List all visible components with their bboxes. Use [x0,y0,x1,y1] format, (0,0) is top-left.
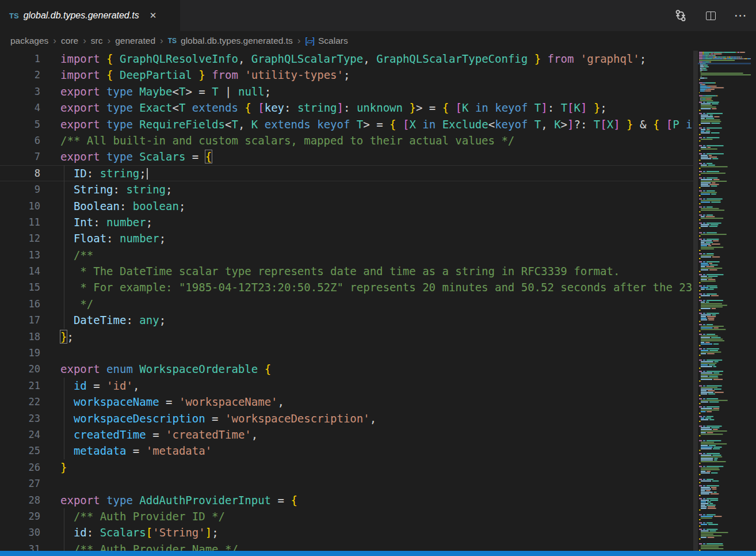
code-line[interactable]: 14 * The DateTime scalar type represents… [0,263,693,279]
code-line[interactable]: 24 createdTime = 'createdTime', [0,426,693,443]
line-number: 16 [0,296,40,312]
code-line[interactable]: 28export type AddAuthProviderInput = { [0,492,693,508]
indent-guide [64,181,64,197]
code-line[interactable]: 7export type Scalars = { [0,148,693,165]
breadcrumb-item-core[interactable]: core [61,36,78,46]
line-number: 31 [0,541,40,551]
code-line[interactable]: 21 id = 'id', [0,378,693,394]
indent-guide [64,541,64,551]
code-line[interactable]: 17 DateTime: any; [0,312,693,328]
close-tab-icon[interactable]: ✕ [147,9,159,22]
overview-ruler [751,51,756,551]
code-text: export enum WorkspaceOrderable { [40,361,271,377]
code-text: DateTime: any; [40,312,166,328]
code-line[interactable]: 30 id: Scalars['String']; [0,524,693,540]
line-number: 28 [0,492,40,508]
more-actions-icon[interactable]: ⋯ [733,8,748,23]
minimap[interactable] [698,51,751,551]
code-line[interactable]: 22 workspaceName = 'workspaceName', [0,394,693,410]
code-line[interactable]: 19 [0,345,693,361]
code-line[interactable]: 6/** All built-in and custom scalars, ma… [0,132,693,148]
code-text: }; [40,329,74,345]
code-text: * For example: "1985-04-12T23:20:50.52Z"… [40,279,693,295]
line-number: 19 [0,345,40,361]
line-number: 30 [0,524,40,540]
code-text: export type AddAuthProviderInput = { [40,492,297,508]
code-text: String: string; [40,181,173,197]
code-line[interactable]: 26} [0,459,693,475]
code-line[interactable]: 23 workspaceDescription = 'workspaceDesc… [0,410,693,426]
line-number: 27 [0,475,40,492]
code-text: export type Scalars = { [40,148,212,165]
code-line[interactable]: 13 /** [0,247,693,263]
code-line[interactable]: 9 String: string; [0,181,693,197]
code-text: /** Auth Provider ID */ [40,508,225,524]
indent-guide [64,198,64,214]
code-line[interactable]: 18}; [0,329,693,345]
line-number: 11 [0,214,40,230]
breadcrumb-item-file[interactable]: global.db.types.generated.ts [181,36,293,46]
code-line[interactable]: 31 /** Auth Provider Name */ [0,541,693,551]
code-text [40,345,60,361]
code-line[interactable]: 1import { GraphQLResolveInfo, GraphQLSca… [0,51,693,67]
indent-guide [64,263,64,279]
code-text: Int: number; [40,214,152,230]
line-number: 8 [0,165,40,181]
code-line[interactable]: 10 Boolean: boolean; [0,198,693,214]
code-line[interactable]: 5export type RequireFields<T, K extends … [0,116,693,132]
line-number: 12 [0,230,40,246]
line-number: 10 [0,198,40,214]
code-line[interactable]: 20export enum WorkspaceOrderable { [0,361,693,377]
line-number: 15 [0,279,40,295]
code-line[interactable]: 12 Float: number; [0,230,693,246]
breadcrumb-item-symbol[interactable]: Scalars [318,36,348,46]
symbol-type-icon: [▱] [305,36,314,45]
code-line[interactable]: 8 ID: string; [0,165,693,181]
line-number: 7 [0,148,40,165]
line-number: 3 [0,83,40,100]
status-bar [0,551,756,556]
code-line[interactable]: 3export type Maybe<T> = T | null; [0,83,693,100]
line-number: 13 [0,247,40,263]
line-number: 22 [0,394,40,410]
breadcrumb-item-src[interactable]: src [91,36,103,46]
code-text [40,475,60,492]
line-number: 20 [0,361,40,377]
open-changes-icon[interactable] [673,8,688,23]
code-line[interactable]: 16 */ [0,296,693,312]
line-number: 14 [0,263,40,279]
code-text: workspaceDescription = 'workspaceDescrip… [40,410,376,426]
breadcrumb-item-generated[interactable]: generated [115,36,155,46]
split-editor-icon[interactable] [703,8,718,23]
code-line[interactable]: 2import { DeepPartial } from 'utility-ty… [0,67,693,83]
typescript-file-icon: TS [168,37,177,45]
code-line[interactable]: 11 Int: number; [0,214,693,230]
tab-title: global.db.types.generated.ts [24,10,139,21]
breadcrumb-item-packages[interactable]: packages [10,36,48,46]
breadcrumb: packages›core›src›generated›TSglobal.db.… [0,31,756,51]
code-line[interactable]: 15 * For example: "1985-04-12T23:20:50.5… [0,279,693,295]
code-line[interactable]: 25 metadata = 'metadata' [0,443,693,459]
chevron-right-icon: › [297,35,301,47]
code-text: /** [40,247,93,263]
code-text: */ [40,296,93,312]
line-number: 4 [0,100,40,116]
indent-guide [64,296,64,312]
code-area: 1import { GraphQLResolveInfo, GraphQLSca… [0,51,693,551]
code-line[interactable]: 27 [0,475,693,492]
code-line[interactable]: 29 /** Auth Provider ID */ [0,508,693,524]
indent-guide [64,378,64,394]
tab-global-db-types[interactable]: TS global.db.types.generated.ts ✕ [0,0,180,31]
line-number: 21 [0,378,40,394]
split-editor-glyph [706,12,716,20]
editor-actions: ⋯ [673,0,756,31]
code-line[interactable]: 4export type Exact<T extends { [key: str… [0,100,693,116]
vscode-window: TS global.db.types.generated.ts ✕ ⋯ pack… [0,0,756,556]
line-number: 5 [0,116,40,132]
code-text: createdTime = 'createdTime', [40,426,258,443]
indent-guide [64,247,64,263]
line-number: 2 [0,67,40,83]
vertical-scrollbar[interactable] [693,51,698,551]
line-number: 25 [0,443,40,459]
line-number: 29 [0,508,40,524]
